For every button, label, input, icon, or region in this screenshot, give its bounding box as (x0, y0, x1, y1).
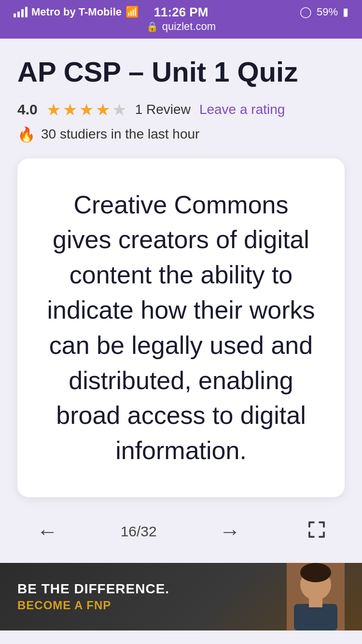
carrier-signal: Metro by T-Mobile 📶 (14, 6, 139, 18)
star-4: ★ (96, 100, 110, 119)
carrier-name: Metro by T-Mobile (31, 6, 122, 18)
review-count: 1 Review (135, 102, 191, 117)
signal-icon (14, 7, 28, 17)
forward-button[interactable]: → (214, 515, 245, 548)
status-bar: Metro by T-Mobile 📶 11:26 PM ◯ 59% ▮ 🔒 q… (0, 0, 362, 39)
flashcard[interactable]: Creative Commons gives creators of digit… (17, 158, 345, 497)
wifi-icon: 📶 (125, 6, 139, 18)
navigation-row: ← 16/32 → (17, 515, 345, 548)
svg-point-2 (300, 563, 331, 582)
svg-rect-3 (294, 604, 337, 630)
rating-score: 4.0 (17, 101, 38, 118)
flashcard-content: Creative Commons gives creators of digit… (42, 187, 320, 468)
star-2: ★ (63, 100, 77, 119)
ad-image (287, 563, 345, 630)
fire-icon: 🔥 (17, 126, 35, 143)
ad-text-block: BE THE DIFFERENCE. BECOME A FNP (17, 581, 287, 612)
star-1: ★ (46, 100, 61, 119)
ad-headline: BE THE DIFFERENCE. (17, 581, 287, 597)
card-counter: 16/32 (121, 523, 157, 540)
url-bar[interactable]: 🔒 quizlet.com (146, 20, 216, 33)
leave-rating-button[interactable]: Leave a rating (199, 102, 285, 117)
rating-row: 4.0 ★ ★ ★ ★ ★ 1 Review Leave a rating (17, 100, 345, 119)
star-5: ★ (112, 100, 126, 119)
fullscreen-icon (308, 521, 325, 538)
battery-percent: 59% (317, 6, 338, 18)
ad-banner[interactable]: BE THE DIFFERENCE. BECOME A FNP (0, 563, 362, 630)
battery-area: ◯ 59% ▮ (300, 6, 348, 18)
star-3: ★ (79, 100, 94, 119)
stars-container: ★ ★ ★ ★ ★ (46, 100, 126, 119)
location-icon: ◯ (300, 6, 312, 18)
fullscreen-button[interactable] (303, 516, 330, 547)
url-text: quizlet.com (162, 20, 216, 33)
ad-subline: BECOME A FNP (17, 599, 287, 612)
battery-icon: ▮ (343, 6, 348, 18)
svg-rect-4 (309, 598, 322, 607)
status-time: 11:26 PM (154, 5, 209, 20)
back-button[interactable]: ← (32, 515, 63, 548)
lock-icon: 🔒 (146, 21, 158, 32)
studiers-text: 30 studiers in the last hour (41, 126, 199, 142)
quiz-title: AP CSP – Unit 1 Quiz (17, 56, 345, 88)
main-content: AP CSP – Unit 1 Quiz 4.0 ★ ★ ★ ★ ★ 1 Rev… (0, 39, 362, 548)
ad-person-image (287, 563, 345, 630)
studiers-row: 🔥 30 studiers in the last hour (17, 126, 345, 143)
